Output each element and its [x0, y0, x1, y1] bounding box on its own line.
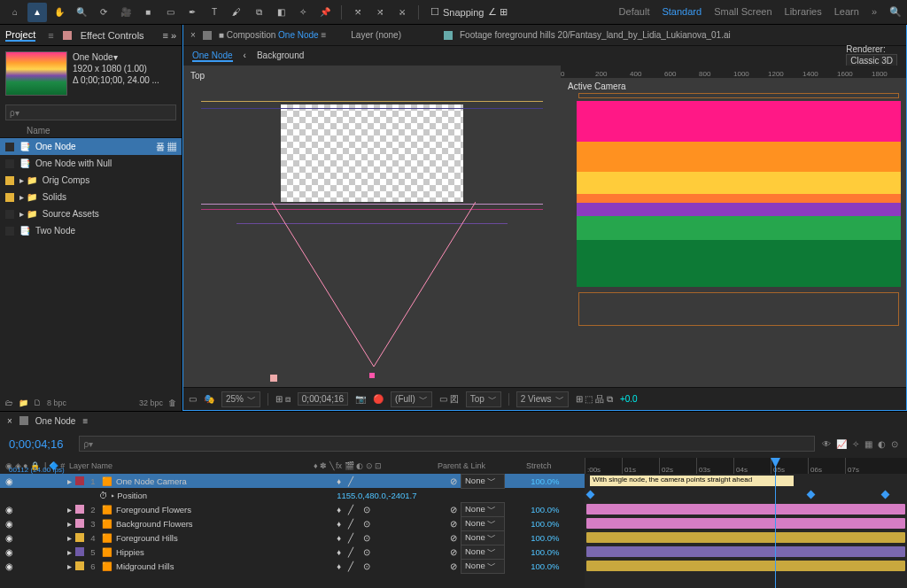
- project-item-2[interactable]: ▸ 📁Orig Comps: [0, 172, 182, 189]
- ws-small[interactable]: Small Screen: [714, 6, 771, 18]
- pen-tool-icon[interactable]: ✒: [182, 3, 202, 22]
- camera-node-icon[interactable]: [369, 373, 375, 378]
- clone-tool-icon[interactable]: ⧉: [249, 3, 268, 22]
- views-count-dropdown[interactable]: 2 Views ﹀: [516, 391, 569, 407]
- graph-icon[interactable]: 📈: [836, 439, 847, 449]
- motion-blur-icon[interactable]: ◐: [878, 439, 886, 449]
- timeline-tab[interactable]: One Node: [35, 416, 76, 426]
- footage-tab[interactable]: Footage foreground hills 20/Fantasy_land…: [460, 30, 731, 40]
- main-toolbar: ⌂ ▲ ✋ 🔍 ⟳ 🎥 ■ ▭ ✒ T 🖌 ⧉ ◧ ✧ 📌 ⤧ ⤨ ⤩ ☐Sna…: [0, 0, 907, 25]
- project-items-list: 📑One Node품 ▦📑One Node with Null▸ 📁Orig C…: [0, 138, 182, 239]
- view-top-label: Top: [190, 71, 205, 81]
- ws-more-icon[interactable]: »: [872, 6, 877, 18]
- layer-row-2[interactable]: ◉▸2🟧Foreground Flowers♦ ╱ ⊙⊘ None ﹀100.0…: [0, 502, 585, 516]
- project-item-1[interactable]: 📑One Node with Null: [0, 155, 182, 172]
- camera-tool-icon[interactable]: 🎥: [116, 3, 136, 22]
- breadcrumb-onenode[interactable]: One Node: [192, 50, 233, 62]
- axis-local-icon[interactable]: ⤧: [348, 3, 368, 22]
- timeline-panel: × One Node≡ 0;00;04;16 00112 (24.00 fps)…: [0, 411, 907, 588]
- brush-tool-icon[interactable]: 🖌: [227, 3, 246, 22]
- exposure-value[interactable]: +0.0: [620, 394, 638, 404]
- layer-row-3[interactable]: ◉▸3🟧Background Flowers♦ ╱ ⊙⊘ None ﹀100.0…: [0, 516, 585, 530]
- time-ruler[interactable]: :00s01s02s03s04s05s06s07s: [585, 458, 907, 474]
- playhead[interactable]: [775, 458, 776, 588]
- preview-render: [577, 101, 901, 287]
- ws-libraries[interactable]: Libraries: [785, 6, 822, 18]
- comp-tab-onenode[interactable]: One Node: [278, 30, 319, 40]
- search-help-icon[interactable]: 🔍: [889, 6, 902, 18]
- layer-row-0[interactable]: ◉▸1🟧One Node Camera♦ ╱ ⊘ None ﹀100.0%: [0, 474, 585, 488]
- ws-standard[interactable]: Standard: [662, 6, 702, 18]
- roto-tool-icon[interactable]: ✧: [293, 3, 313, 22]
- layer-row-4[interactable]: ◉▸4🟧Foreground Hills♦ ╱ ⊙⊘ None ﹀100.0%: [0, 530, 585, 545]
- workspace-tabs: Default Standard Small Screen Libraries …: [619, 6, 902, 18]
- layer-tab[interactable]: Layer (none): [351, 30, 401, 40]
- interpret-icon[interactable]: 🗁: [5, 398, 13, 407]
- top-view-canvas: [281, 104, 463, 202]
- comp-ruler: 020040060080010001200140016001800: [561, 66, 906, 78]
- draft3d-icon[interactable]: ✧: [852, 439, 859, 449]
- project-search-input[interactable]: [5, 104, 176, 120]
- layer-row-1[interactable]: ⏱ ▸ Position1155.0,480.0,-2401.7: [0, 488, 585, 502]
- time-display[interactable]: 0;00;04;16: [298, 392, 348, 406]
- resolution-dropdown[interactable]: (Full) ﹀: [391, 391, 432, 407]
- project-item-0[interactable]: 📑One Node품 ▦: [0, 138, 182, 155]
- ws-default[interactable]: Default: [619, 6, 650, 18]
- view-top[interactable]: Top: [183, 66, 561, 387]
- new-folder-icon[interactable]: 📁: [19, 398, 28, 407]
- orbit-tool-icon[interactable]: ⟳: [94, 3, 113, 22]
- brainstorm-icon[interactable]: ⊙: [891, 439, 898, 449]
- comp-footer: ▭ 🎭 25% ﹀ ⊞ ⧈ 0;00;04;16 📷 🔴 (Full) ﹀ ▭ …: [183, 387, 906, 410]
- zoom-tool-icon[interactable]: 🔍: [72, 3, 91, 22]
- text-tool-icon[interactable]: T: [205, 3, 224, 22]
- breadcrumb-background[interactable]: Background: [257, 50, 304, 62]
- timecode-sub: 00112 (24.00 fps): [9, 466, 65, 474]
- axis-view-icon[interactable]: ⤩: [392, 3, 412, 22]
- zoom-dropdown[interactable]: 25% ﹀: [221, 391, 260, 407]
- view-dropdown[interactable]: Top ﹀: [466, 391, 501, 407]
- tab-effect-controls[interactable]: Effect Controls: [81, 30, 144, 41]
- project-panel: Project ≡ Effect Controls ≡ » One Node▾ …: [0, 25, 182, 411]
- comp-info: One Node▾ 1920 x 1080 (1.00) Δ 0;00;10;0…: [73, 51, 159, 86]
- project-item-4[interactable]: ▸ 📁Source Assets: [0, 205, 182, 222]
- tab-project[interactable]: Project: [5, 29, 35, 42]
- timeline-search-input[interactable]: [79, 436, 815, 452]
- timeline-options: 👁 📈 ✧ ▦ ◐ ⊙: [822, 439, 898, 449]
- comp-thumbnail[interactable]: [5, 51, 67, 96]
- new-comp-icon[interactable]: 🗋: [34, 398, 42, 407]
- selection-tool-icon[interactable]: ▲: [27, 3, 47, 22]
- eraser-tool-icon[interactable]: ◧: [271, 3, 291, 22]
- project-item-5[interactable]: 📑Two Node: [0, 222, 182, 239]
- axis-world-icon[interactable]: ⤨: [370, 3, 390, 22]
- shape-tool-icon[interactable]: ▭: [160, 3, 180, 22]
- frame-blend-icon[interactable]: ▦: [864, 439, 872, 449]
- snapshot-icon[interactable]: 📷: [355, 394, 366, 404]
- home-icon[interactable]: ⌂: [5, 3, 25, 22]
- color-channel-icon[interactable]: 🔴: [373, 394, 384, 404]
- ws-learn[interactable]: Learn: [834, 6, 859, 18]
- view-active-label: Active Camera: [568, 81, 626, 91]
- view-active-camera[interactable]: 020040060080010001200140016001800 Active…: [561, 66, 906, 387]
- project-item-3[interactable]: ▸ 📁Solids: [0, 189, 182, 205]
- puppet-tool-icon[interactable]: 📌: [315, 3, 335, 22]
- pan-behind-icon[interactable]: ■: [138, 3, 158, 22]
- snapping-toggle[interactable]: ☐Snapping∠ ⊞: [430, 6, 508, 18]
- hand-tool-icon[interactable]: ✋: [50, 3, 69, 22]
- trash-icon[interactable]: 🗑: [168, 398, 176, 407]
- timeline-tracks[interactable]: :00s01s02s03s04s05s06s07s With single no…: [585, 458, 907, 588]
- layer-row-5[interactable]: ◉▸5🟧Hippies♦ ╱ ⊙⊘ None ﹀100.0%: [0, 545, 585, 559]
- composition-panel: × ■ Composition One Node ≡ Layer (none) …: [182, 25, 907, 411]
- layer-row-6[interactable]: ◉▸6🟧Midground Hills♦ ╱ ⊙⊘ None ﹀100.0%: [0, 559, 585, 573]
- current-timecode[interactable]: 0;00;04;16: [9, 437, 63, 451]
- shy-icon[interactable]: 👁: [822, 439, 831, 449]
- toggle-mask-icon[interactable]: 🎭: [204, 394, 214, 404]
- comp-marker[interactable]: With single node, the camera points stra…: [590, 476, 794, 486]
- region-icon[interactable]: ▭: [189, 394, 197, 404]
